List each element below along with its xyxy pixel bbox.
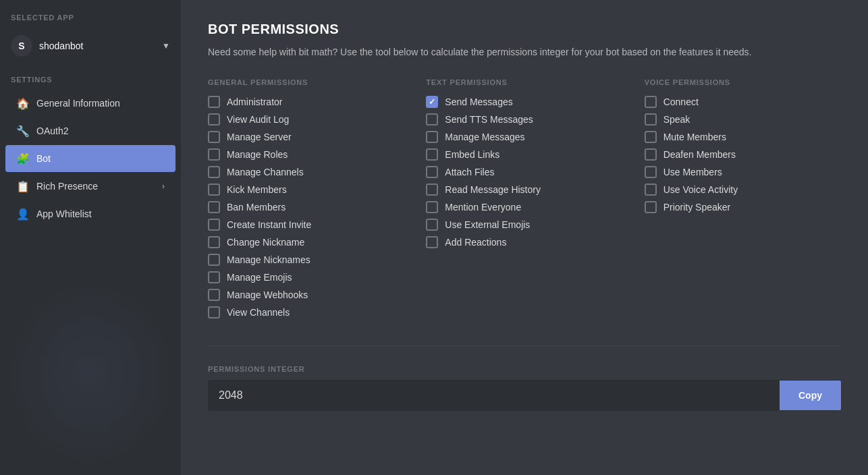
checkbox-kick-members[interactable] bbox=[208, 184, 220, 196]
sidebar-item-label: App Whitelist bbox=[36, 208, 165, 219]
checkbox-manage-webhooks[interactable] bbox=[208, 289, 220, 301]
perm-item-manage-channels[interactable]: Manage Channels bbox=[208, 166, 404, 178]
perm-item-manage-messages[interactable]: Manage Messages bbox=[426, 131, 622, 143]
perm-label-attach-files: Attach Files bbox=[445, 167, 494, 177]
perm-label-manage-emojis: Manage Emojis bbox=[227, 272, 292, 283]
sidebar-nav: 🏠 General Information 🔧 OAuth2 🧩 Bot 📋 R… bbox=[0, 89, 181, 228]
chevron-down-icon: ▼ bbox=[162, 41, 170, 51]
checkbox-read-message-history[interactable] bbox=[426, 184, 438, 196]
perm-item-view-audit-log[interactable]: View Audit Log bbox=[208, 113, 404, 125]
page-title: BOT PERMISSIONS bbox=[208, 22, 841, 37]
sidebar-item-label: General Information bbox=[36, 98, 165, 109]
perm-item-read-message-history[interactable]: Read Message History bbox=[426, 184, 622, 196]
perm-item-manage-webhooks[interactable]: Manage Webhooks bbox=[208, 289, 404, 301]
perm-label-embed-links: Embed Links bbox=[445, 149, 499, 160]
checkbox-speak[interactable] bbox=[645, 113, 657, 125]
sidebar: SELECTED APP S shodanbot ▼ SETTINGS 🏠 Ge… bbox=[0, 0, 181, 475]
checkbox-ban-members[interactable] bbox=[208, 201, 220, 213]
checkbox-manage-emojis[interactable] bbox=[208, 271, 220, 283]
perm-label-manage-server: Manage Server bbox=[227, 132, 292, 142]
voice-permissions-title: VOICE PERMISSIONS bbox=[645, 78, 841, 86]
checkbox-manage-server[interactable] bbox=[208, 131, 220, 143]
perm-item-manage-server[interactable]: Manage Server bbox=[208, 131, 404, 143]
perm-item-manage-nicknames[interactable]: Manage Nicknames bbox=[208, 254, 404, 266]
permissions-integer-input[interactable] bbox=[208, 380, 780, 411]
section-divider bbox=[208, 345, 841, 346]
perm-item-send-tts-messages[interactable]: Send TTS Messages bbox=[426, 113, 622, 125]
app-name: shodanbot bbox=[39, 40, 162, 51]
checkbox-use-voice-activity[interactable] bbox=[645, 184, 657, 196]
sidebar-item-app-whitelist[interactable]: 👤 App Whitelist bbox=[5, 200, 175, 227]
oauth2-icon: 🔧 bbox=[16, 124, 30, 138]
selected-app-label: SELECTED APP bbox=[0, 13, 181, 30]
page-description: Need some help with bit math? Use the to… bbox=[208, 45, 841, 59]
checkbox-send-messages[interactable] bbox=[426, 96, 438, 108]
text-permissions-section: TEXT PERMISSIONS Send Messages Send TTS … bbox=[426, 78, 622, 318]
perm-item-deafen-members[interactable]: Deafen Members bbox=[645, 148, 841, 161]
checkbox-use-members[interactable] bbox=[645, 166, 657, 178]
perm-item-connect[interactable]: Connect bbox=[645, 96, 841, 108]
perm-item-embed-links[interactable]: Embed Links bbox=[426, 148, 622, 161]
checkbox-manage-roles[interactable] bbox=[208, 148, 220, 161]
perm-item-administrator[interactable]: Administrator bbox=[208, 96, 404, 108]
checkbox-add-reactions[interactable] bbox=[426, 236, 438, 248]
perm-item-manage-emojis[interactable]: Manage Emojis bbox=[208, 271, 404, 283]
sidebar-item-general-information[interactable]: 🏠 General Information bbox=[5, 90, 175, 117]
perm-label-connect: Connect bbox=[663, 96, 699, 107]
app-selector[interactable]: S shodanbot ▼ bbox=[0, 30, 181, 62]
checkbox-mention-everyone[interactable] bbox=[426, 201, 438, 213]
checkbox-create-instant-invite[interactable] bbox=[208, 219, 220, 231]
perm-item-change-nickname[interactable]: Change Nickname bbox=[208, 236, 404, 248]
perm-item-ban-members[interactable]: Ban Members bbox=[208, 201, 404, 213]
perm-item-manage-roles[interactable]: Manage Roles bbox=[208, 148, 404, 161]
perm-item-speak[interactable]: Speak bbox=[645, 113, 841, 125]
perm-item-send-messages[interactable]: Send Messages bbox=[426, 96, 622, 108]
perm-item-priority-speaker[interactable]: Priority Speaker bbox=[645, 201, 841, 213]
checkbox-mute-members[interactable] bbox=[645, 131, 657, 143]
perm-label-use-voice-activity: Use Voice Activity bbox=[663, 184, 738, 195]
checkbox-administrator[interactable] bbox=[208, 96, 220, 108]
perm-item-create-instant-invite[interactable]: Create Instant Invite bbox=[208, 219, 404, 231]
checkbox-embed-links[interactable] bbox=[426, 148, 438, 161]
perm-item-add-reactions[interactable]: Add Reactions bbox=[426, 236, 622, 248]
general-information-icon: 🏠 bbox=[16, 96, 30, 110]
checkbox-view-audit-log[interactable] bbox=[208, 113, 220, 125]
checkbox-change-nickname[interactable] bbox=[208, 236, 220, 248]
perm-label-manage-webhooks: Manage Webhooks bbox=[227, 289, 308, 300]
checkbox-connect[interactable] bbox=[645, 96, 657, 108]
perm-item-mention-everyone[interactable]: Mention Everyone bbox=[426, 201, 622, 213]
perm-item-mute-members[interactable]: Mute Members bbox=[645, 131, 841, 143]
perm-label-send-messages: Send Messages bbox=[445, 96, 512, 107]
perm-item-use-external-emojis[interactable]: Use External Emojis bbox=[426, 219, 622, 231]
general-permissions-list: Administrator View Audit Log Manage Serv… bbox=[208, 96, 404, 318]
perm-item-view-channels[interactable]: View Channels bbox=[208, 306, 404, 318]
sidebar-item-oauth2[interactable]: 🔧 OAuth2 bbox=[5, 117, 175, 144]
app-whitelist-icon: 👤 bbox=[16, 207, 30, 221]
perm-label-mention-everyone: Mention Everyone bbox=[445, 202, 521, 213]
checkbox-deafen-members[interactable] bbox=[645, 148, 657, 161]
sidebar-item-bot[interactable]: 🧩 Bot bbox=[5, 145, 175, 172]
checkbox-send-tts-messages[interactable] bbox=[426, 113, 438, 125]
checkbox-use-external-emojis[interactable] bbox=[426, 219, 438, 231]
perm-item-kick-members[interactable]: Kick Members bbox=[208, 184, 404, 196]
copy-button[interactable]: Copy bbox=[780, 381, 841, 410]
perm-label-change-nickname: Change Nickname bbox=[227, 237, 304, 248]
general-permissions-section: GENERAL PERMISSIONS Administrator View A… bbox=[208, 78, 404, 318]
text-permissions-title: TEXT PERMISSIONS bbox=[426, 78, 622, 86]
perm-label-add-reactions: Add Reactions bbox=[445, 237, 506, 248]
main-content: BOT PERMISSIONS Need some help with bit … bbox=[181, 0, 868, 475]
checkbox-manage-messages[interactable] bbox=[426, 131, 438, 143]
perm-label-deafen-members: Deafen Members bbox=[663, 149, 736, 160]
checkbox-manage-nicknames[interactable] bbox=[208, 254, 220, 266]
checkbox-priority-speaker[interactable] bbox=[645, 201, 657, 213]
permissions-integer-row: Copy bbox=[208, 380, 841, 411]
checkbox-attach-files[interactable] bbox=[426, 166, 438, 178]
text-permissions-list: Send Messages Send TTS Messages Manage M… bbox=[426, 96, 622, 248]
perm-item-use-voice-activity[interactable]: Use Voice Activity bbox=[645, 184, 841, 196]
perm-item-use-members[interactable]: Use Members bbox=[645, 166, 841, 178]
sidebar-item-rich-presence[interactable]: 📋 Rich Presence › bbox=[5, 173, 175, 200]
checkbox-view-channels[interactable] bbox=[208, 306, 220, 318]
bot-icon: 🧩 bbox=[16, 152, 30, 165]
perm-item-attach-files[interactable]: Attach Files bbox=[426, 166, 622, 178]
checkbox-manage-channels[interactable] bbox=[208, 166, 220, 178]
